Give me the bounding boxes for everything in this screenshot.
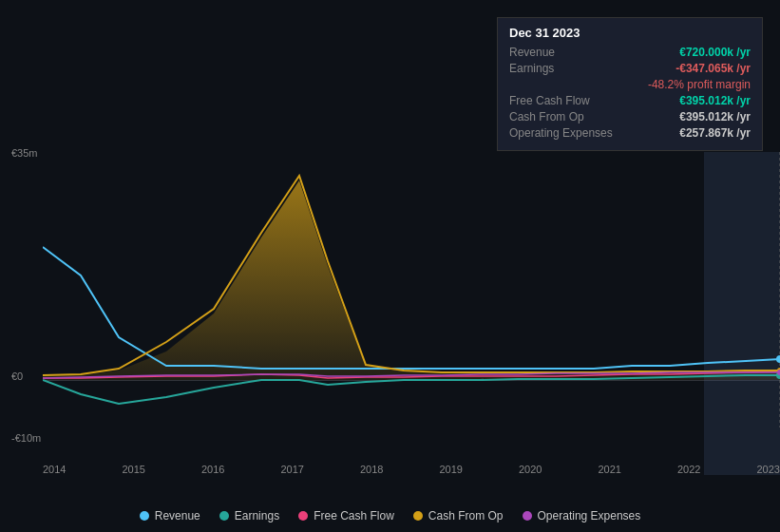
legend-dot-earnings <box>219 511 229 521</box>
y-label-top: €35m <box>11 147 38 159</box>
tooltip-label-opex: Operating Expenses <box>509 126 613 140</box>
tooltip-row-revenue: Revenue €720.000k /yr <box>509 46 751 59</box>
x-label-2019: 2019 <box>440 464 463 475</box>
tooltip-row-cfo: Cash From Op €395.012k /yr <box>509 110 751 124</box>
tooltip-row-earnings: Earnings -€347.065k /yr <box>509 62 751 75</box>
y-label-neg: -€10m <box>11 432 41 444</box>
legend: Revenue Earnings Free Cash Flow Cash Fro… <box>0 509 780 522</box>
tooltip-box: Dec 31 2023 Revenue €720.000k /yr Earnin… <box>497 17 763 151</box>
legend-label-opex: Operating Expenses <box>538 509 641 522</box>
tooltip-value-opex: €257.867k /yr <box>679 126 751 140</box>
tooltip-value-revenue: €720.000k /yr <box>679 46 751 59</box>
tooltip-row-fcf: Free Cash Flow €395.012k /yr <box>509 94 751 107</box>
revenue-line <box>43 247 780 369</box>
legend-item-earnings[interactable]: Earnings <box>219 509 279 522</box>
tooltip-label-earnings: Earnings <box>509 62 554 75</box>
tooltip-label-fcf: Free Cash Flow <box>509 94 590 107</box>
tooltip-value-cfo: €395.012k /yr <box>679 110 751 124</box>
cfo-line <box>43 176 780 375</box>
x-label-2018: 2018 <box>360 464 383 475</box>
tooltip-row-opex: Operating Expenses €257.867k /yr <box>509 126 751 140</box>
legend-item-opex[interactable]: Operating Expenses <box>523 509 641 522</box>
legend-item-cfo[interactable]: Cash From Op <box>413 509 504 522</box>
profit-margin: -48.2% profit margin <box>509 78 751 91</box>
chart-container: Dec 31 2023 Revenue €720.000k /yr Earnin… <box>0 0 780 532</box>
legend-label-revenue: Revenue <box>155 509 200 522</box>
revenue-dot <box>776 355 780 363</box>
x-label-2014: 2014 <box>43 464 66 475</box>
legend-dot-cfo <box>413 511 423 521</box>
legend-dot-opex <box>523 511 532 521</box>
tooltip-date: Dec 31 2023 <box>509 26 751 40</box>
tooltip-label-cfo: Cash From Op <box>509 110 584 124</box>
legend-label-cfo: Cash From Op <box>428 509 504 522</box>
x-label-2020: 2020 <box>519 464 542 475</box>
x-label-2016: 2016 <box>201 464 224 475</box>
tooltip-value-fcf: €395.012k /yr <box>679 94 751 107</box>
x-label-2022: 2022 <box>677 464 700 475</box>
legend-label-earnings: Earnings <box>235 509 279 522</box>
x-labels: 2014 2015 2016 2017 2018 2019 2020 2021 … <box>43 464 780 475</box>
legend-item-revenue[interactable]: Revenue <box>140 509 200 522</box>
x-label-2021: 2021 <box>599 464 621 475</box>
y-label-zero: €0 <box>11 370 23 382</box>
tooltip-value-earnings: -€347.065k /yr <box>675 62 751 75</box>
legend-label-fcf: Free Cash Flow <box>314 509 394 522</box>
x-label-2015: 2015 <box>123 464 145 475</box>
chart-svg <box>43 152 780 428</box>
legend-dot-revenue <box>140 511 149 521</box>
legend-item-fcf[interactable]: Free Cash Flow <box>298 509 394 522</box>
x-label-2023: 2023 <box>757 464 780 475</box>
tooltip-label-revenue: Revenue <box>509 46 555 59</box>
legend-dot-fcf <box>298 511 308 521</box>
x-label-2017: 2017 <box>281 464 304 475</box>
